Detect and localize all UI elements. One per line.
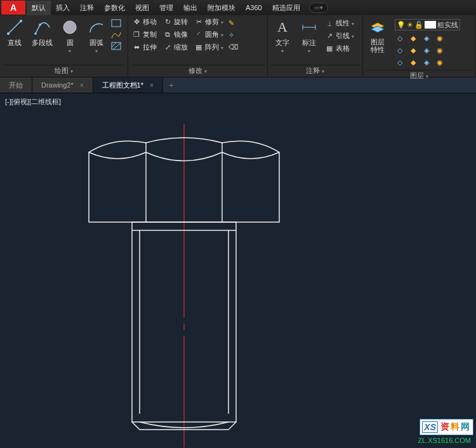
tool-rotate[interactable]: ↻旋转 bbox=[162, 16, 189, 27]
menu-manage[interactable]: 管理 bbox=[154, 1, 178, 15]
svg-line-0 bbox=[8, 21, 21, 34]
svg-point-5 bbox=[63, 21, 76, 34]
text-icon: A bbox=[273, 18, 292, 37]
layer-tool-12[interactable]: ◉ bbox=[435, 57, 445, 67]
layer-tool-1[interactable]: ◇ bbox=[395, 33, 405, 43]
tool-line[interactable]: 直线 bbox=[3, 16, 27, 49]
close-icon[interactable]: × bbox=[150, 82, 154, 89]
explode-icon[interactable]: ✧ bbox=[228, 31, 239, 39]
edit-icon[interactable]: ✎ bbox=[228, 19, 239, 27]
chevron-down-icon: ▾ bbox=[308, 48, 310, 54]
tool-polyline[interactable]: 多段线 bbox=[29, 16, 55, 49]
watermark-char-3: 网 bbox=[461, 421, 470, 433]
tool-stretch[interactable]: ⬌拉伸 bbox=[131, 42, 158, 53]
fillet-icon: ◜ bbox=[194, 30, 203, 39]
layer-tool-6[interactable]: ◆ bbox=[408, 45, 418, 55]
menu-featured[interactable]: 精选应用 bbox=[267, 1, 305, 15]
menu-insert[interactable]: 插入 bbox=[51, 1, 75, 15]
spline-icon[interactable] bbox=[111, 30, 121, 39]
tool-move[interactable]: ✥移动 bbox=[131, 16, 158, 27]
add-tab-button[interactable]: + bbox=[163, 77, 180, 93]
layer-tool-4[interactable]: ◉ bbox=[435, 33, 445, 43]
app-icon[interactable]: A bbox=[1, 1, 25, 15]
svg-point-4 bbox=[39, 23, 41, 26]
layer-tool-8[interactable]: ◉ bbox=[435, 45, 445, 55]
chevron-down-icon: ▾ bbox=[95, 48, 98, 54]
menu-parametric[interactable]: 参数化 bbox=[99, 1, 130, 15]
leader-icon: ↗ bbox=[325, 32, 334, 41]
array-icon: ▦ bbox=[194, 43, 203, 52]
stretch-icon: ⬌ bbox=[132, 43, 141, 52]
panel-modify-label[interactable]: 修改 bbox=[131, 65, 265, 77]
layer-tool-7[interactable]: ◈ bbox=[421, 45, 432, 55]
tool-copy[interactable]: ❐复制 bbox=[131, 29, 158, 40]
layer-tool-2[interactable]: ◆ bbox=[408, 33, 418, 43]
layer-tool-3[interactable]: ◈ bbox=[421, 33, 432, 43]
menu-annotate[interactable]: 注释 bbox=[75, 1, 99, 15]
copy-icon: ❐ bbox=[132, 30, 141, 39]
linetype-icon: ⟂ bbox=[325, 19, 334, 28]
panel-modify: ✥移动 ↻旋转 ✂修剪▾ ❐复制 ⧉镜像 ◜圆角▾ ⬌拉伸 ⤢缩放 ▦阵列▾ ✎… bbox=[128, 15, 268, 77]
tab-drawing2[interactable]: Drawing2* × bbox=[32, 77, 93, 93]
panel-layers-label[interactable]: 图层 bbox=[366, 70, 473, 82]
watermark-badge: XS bbox=[422, 421, 438, 433]
svg-line-23 bbox=[228, 422, 236, 430]
view-controls-label[interactable]: [-][俯视][二维线框] bbox=[5, 97, 61, 107]
move-icon: ✥ bbox=[132, 18, 141, 27]
tab-engineering-doc1[interactable]: 工程图文档1* × bbox=[93, 77, 163, 93]
panel-annotation: A 文字 ▾ 标注 ▾ ⟂线性▾ ↗引线▾ ▦表格 注释 bbox=[268, 15, 363, 77]
erase-icon[interactable]: ⌫ bbox=[228, 43, 239, 51]
tab-label: 工程图文档1* bbox=[102, 81, 143, 90]
tool-trim[interactable]: ✂修剪▾ bbox=[193, 16, 225, 27]
rect-icon[interactable] bbox=[111, 19, 121, 28]
panel-annotation-label[interactable]: 注释 bbox=[270, 65, 360, 77]
dimension-icon bbox=[300, 18, 319, 37]
watermark-url: ZL.XS1616.COM bbox=[415, 435, 473, 445]
tab-start[interactable]: 开始 bbox=[0, 77, 32, 93]
chevron-down-icon: ▾ bbox=[281, 48, 284, 54]
tool-linetype[interactable]: ⟂线性▾ bbox=[324, 18, 355, 29]
menu-output[interactable]: 输出 bbox=[178, 1, 202, 15]
lightbulb-icon: 💡 bbox=[397, 21, 406, 29]
tool-leader[interactable]: ↗引线▾ bbox=[324, 30, 355, 41]
circle-icon bbox=[60, 18, 79, 37]
panel-layers: 图层 特性 💡 ☀ 🔓 粗实线 ◇ ◆ ◈ ◉ ◇ ◆ ◈ bbox=[363, 15, 476, 77]
tool-arc[interactable]: 圆弧 ▾ bbox=[84, 16, 109, 55]
tool-circle[interactable]: 圆 ▾ bbox=[58, 16, 82, 55]
layer-tool-10[interactable]: ◆ bbox=[408, 57, 418, 67]
layer-props-icon bbox=[368, 18, 387, 37]
rotate-icon: ↻ bbox=[163, 18, 172, 27]
tool-dimension[interactable]: 标注 ▾ bbox=[297, 16, 321, 55]
chevron-down-icon: ▾ bbox=[69, 48, 71, 54]
tab-label: Drawing2* bbox=[41, 81, 74, 89]
menu-a360[interactable]: A360 bbox=[241, 1, 267, 14]
ribbon: 直线 多段线 圆 ▾ 圆弧 ▾ 绘图 bbox=[0, 15, 476, 77]
svg-line-22 bbox=[132, 422, 140, 430]
scale-icon: ⤢ bbox=[163, 43, 172, 52]
tool-text[interactable]: A 文字 ▾ bbox=[270, 16, 294, 55]
bolt-drawing bbox=[76, 117, 292, 448]
tab-label: 开始 bbox=[9, 81, 23, 90]
close-icon[interactable]: × bbox=[80, 82, 84, 89]
menu-search[interactable]: ▭▾ bbox=[309, 3, 328, 13]
tool-table[interactable]: ▦表格 bbox=[324, 43, 355, 54]
drawing-canvas[interactable]: [-][俯视][二维线框] bbox=[0, 93, 476, 448]
tool-layer-props[interactable]: 图层 特性 bbox=[366, 16, 390, 55]
layer-current-dropdown[interactable]: 💡 ☀ 🔓 粗实线 bbox=[395, 19, 460, 30]
layer-tool-9[interactable]: ◇ bbox=[395, 57, 405, 67]
tool-fillet[interactable]: ◜圆角▾ bbox=[193, 29, 225, 40]
tool-scale[interactable]: ⤢缩放 bbox=[162, 42, 189, 53]
menu-view[interactable]: 视图 bbox=[130, 1, 154, 15]
layer-current-name: 粗实线 bbox=[437, 20, 458, 30]
tool-array[interactable]: ▦阵列▾ bbox=[193, 42, 225, 53]
svg-rect-6 bbox=[112, 20, 121, 27]
menu-default[interactable]: 默认 bbox=[27, 1, 51, 15]
layer-tools-grid: ◇ ◆ ◈ ◉ ◇ ◆ ◈ ◉ ◇ ◆ ◈ ◉ bbox=[395, 33, 460, 67]
hatch-icon[interactable] bbox=[111, 42, 121, 51]
panel-draw-label[interactable]: 绘图 bbox=[3, 65, 125, 77]
tool-mirror[interactable]: ⧉镜像 bbox=[162, 29, 189, 40]
menu-addins[interactable]: 附加模块 bbox=[202, 1, 241, 15]
layer-tool-11[interactable]: ◈ bbox=[421, 57, 432, 67]
layer-tool-5[interactable]: ◇ bbox=[395, 45, 405, 55]
svg-point-3 bbox=[34, 32, 37, 35]
